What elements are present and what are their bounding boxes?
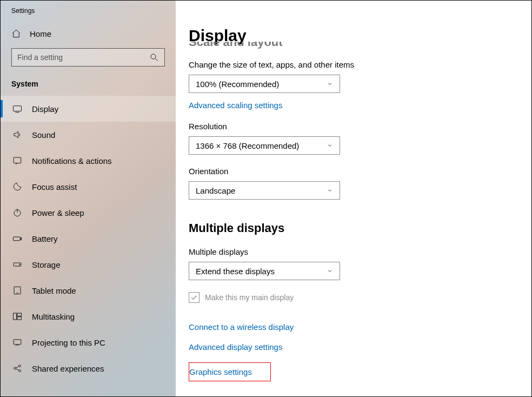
svg-point-10: [19, 264, 21, 265]
battery-icon: [12, 234, 22, 243]
svg-rect-13: [14, 313, 17, 320]
orientation-group: Orientation Landscape: [189, 167, 531, 200]
sidebar-item-projecting[interactable]: Projecting to this PC: [1, 329, 176, 355]
sound-icon: [12, 130, 22, 140]
sidebar-item-label: Projecting to this PC: [32, 338, 105, 347]
scale-group: Change the size of text, apps, and other…: [189, 60, 531, 110]
shared-icon: [12, 363, 22, 373]
main-display-checkbox-label: Make this my main display: [205, 293, 294, 302]
sidebar-item-label: Multitasking: [32, 312, 75, 321]
search-icon: [149, 52, 159, 62]
sidebar-item-battery[interactable]: Battery: [1, 226, 176, 252]
orientation-dropdown[interactable]: Landscape: [189, 181, 340, 200]
resolution-dropdown-value: 1366 × 768 (Recommended): [196, 141, 299, 150]
multiple-displays-dropdown-value: Extend these displays: [196, 267, 275, 276]
sidebar-item-power-sleep[interactable]: Power & sleep: [1, 200, 176, 226]
graphics-settings-link[interactable]: Graphics settings: [189, 367, 252, 376]
scale-dropdown-value: 100% (Recommended): [196, 80, 279, 89]
svg-rect-15: [17, 317, 22, 320]
main-content: Display Scale and layout Change the size…: [176, 1, 531, 396]
svg-line-20: [16, 366, 19, 368]
svg-point-19: [19, 370, 21, 372]
sidebar-item-label: Storage: [32, 260, 61, 269]
multiple-displays-label: Multiple displays: [189, 247, 531, 256]
resolution-label: Resolution: [189, 122, 531, 131]
focus-assist-icon: [12, 182, 22, 191]
search-container: [11, 48, 165, 67]
scale-label: Change the size of text, apps, and other…: [189, 60, 531, 69]
svg-rect-2: [14, 106, 22, 111]
scale-dropdown[interactable]: 100% (Recommended): [189, 75, 340, 93]
sidebar-item-notifications[interactable]: Notifications & actions: [1, 148, 176, 174]
sidebar-item-label: Battery: [32, 234, 58, 243]
multiple-displays-group: Multiple displays Extend these displays: [189, 247, 531, 280]
sidebar-item-multitasking[interactable]: Multitasking: [1, 303, 176, 329]
graphics-settings-highlight: Graphics settings: [189, 362, 271, 381]
sidebar-item-shared-experiences[interactable]: Shared experiences: [1, 355, 176, 381]
sidebar-item-label: Shared experiences: [32, 364, 104, 373]
svg-point-0: [151, 54, 156, 59]
svg-rect-8: [21, 238, 22, 240]
advanced-display-link[interactable]: Advanced display settings: [189, 342, 531, 352]
sidebar-section-label: System: [1, 76, 176, 96]
multiple-displays-heading: Multiple displays: [189, 221, 531, 235]
tablet-icon: [12, 286, 22, 295]
sidebar: Settings Home System Display: [1, 1, 176, 396]
sidebar-item-label: Tablet mode: [32, 286, 76, 295]
svg-line-21: [16, 369, 19, 370]
chevron-down-icon: [327, 267, 333, 276]
home-icon: [11, 29, 21, 38]
sidebar-item-display[interactable]: Display: [1, 96, 176, 122]
orientation-dropdown-value: Landscape: [196, 186, 235, 195]
chevron-down-icon: [327, 80, 333, 89]
search-input[interactable]: [17, 53, 149, 62]
search-input-wrap[interactable]: [11, 48, 165, 67]
notifications-icon: [12, 156, 22, 166]
main-display-checkbox-row: Make this my main display: [189, 292, 531, 303]
resolution-group: Resolution 1366 × 768 (Recommended): [189, 122, 531, 155]
svg-line-1: [155, 58, 158, 61]
settings-window: Settings Home System Display: [1, 1, 531, 396]
sidebar-item-label: Sound: [32, 130, 55, 140]
display-icon: [12, 104, 22, 114]
sidebar-item-label: Power & sleep: [32, 208, 84, 217]
multitasking-icon: [12, 312, 22, 321]
svg-rect-7: [14, 237, 21, 241]
sidebar-item-label: Focus assist: [32, 182, 77, 191]
svg-point-18: [19, 365, 21, 367]
svg-rect-4: [14, 157, 21, 163]
sidebar-item-storage[interactable]: Storage: [1, 252, 176, 277]
chevron-down-icon: [327, 141, 333, 150]
projecting-icon: [12, 338, 22, 347]
sidebar-home-label: Home: [30, 29, 51, 38]
sidebar-nav: Display Sound Notifications & actions Fo…: [1, 96, 176, 381]
connect-wireless-link[interactable]: Connect to a wireless display: [189, 322, 531, 332]
storage-icon: [12, 260, 22, 269]
sidebar-item-tablet-mode[interactable]: Tablet mode: [1, 277, 176, 303]
advanced-scaling-link[interactable]: Advanced scaling settings: [189, 101, 282, 110]
orientation-label: Orientation: [189, 167, 531, 176]
chevron-down-icon: [327, 186, 333, 195]
sidebar-item-label: Display: [32, 104, 58, 114]
multiple-displays-dropdown[interactable]: Extend these displays: [189, 262, 340, 280]
main-display-checkbox: [189, 292, 200, 303]
resolution-dropdown[interactable]: 1366 × 768 (Recommended): [189, 136, 340, 155]
window-title: Settings: [1, 4, 176, 23]
svg-rect-16: [14, 340, 21, 345]
sidebar-home[interactable]: Home: [1, 23, 176, 48]
power-icon: [12, 208, 22, 217]
sidebar-item-label: Notifications & actions: [32, 156, 112, 166]
svg-rect-14: [17, 313, 22, 316]
sidebar-item-sound[interactable]: Sound: [1, 122, 176, 148]
svg-point-17: [14, 367, 16, 369]
sidebar-item-focus-assist[interactable]: Focus assist: [1, 174, 176, 200]
scale-layout-heading-cutoff: Scale and layout: [189, 42, 531, 50]
bottom-links: Connect to a wireless display Advanced d…: [189, 322, 531, 381]
